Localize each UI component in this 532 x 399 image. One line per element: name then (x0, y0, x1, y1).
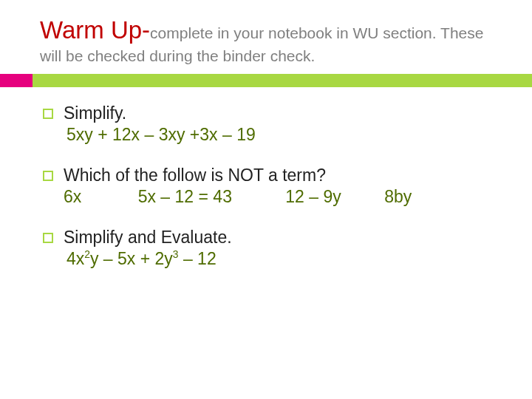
q2-prompt: Which of the follow is NOT a term? (64, 166, 326, 185)
question-2: Which of the follow is NOT a term? (43, 166, 517, 185)
slide-content: Simplify. 5xy + 12x – 3xy +3x – 19 Which… (0, 87, 532, 269)
q3-sup1: 2 (84, 249, 90, 260)
q2-opt-b: 5x – 12 = 43 (138, 187, 232, 207)
q3-p1: 4x (66, 249, 84, 268)
title-main: Warm Up (40, 16, 142, 44)
q2-options: 6x 5x – 12 = 43 12 – 9y 8by (64, 187, 517, 207)
slide-header: Warm Up-complete in your notebook in WU … (0, 0, 532, 74)
q3-prompt: Simplify and Evaluate. (64, 228, 232, 248)
q1-expression: 5xy + 12x – 3xy +3x – 19 (66, 125, 517, 145)
title-sub-1: complete in your notebook in WU section.… (150, 24, 483, 41)
bullet-icon (43, 109, 53, 119)
title-sub-2: will be checked during the binder check. (40, 47, 517, 65)
q1-prompt: Simplify. (64, 103, 126, 123)
q3-p2: y – 5x + 2y (90, 249, 173, 268)
question-3: Simplify and Evaluate. (43, 228, 517, 248)
q3-sup2: 3 (173, 249, 179, 260)
accent-pink (0, 74, 33, 87)
bullet-icon (43, 171, 53, 181)
q2-opt-a: 6x (64, 187, 81, 207)
bullet-icon (43, 233, 53, 243)
question-1: Simplify. (43, 103, 517, 123)
q2-opt-c: 12 – 9y (285, 187, 341, 207)
q3-p3: – 12 (179, 249, 216, 268)
accent-strip (0, 74, 532, 87)
q3-expression: 4x2y – 5x + 2y3 – 12 (66, 249, 517, 269)
accent-green (33, 74, 532, 87)
q2-opt-d: 8by (384, 187, 412, 207)
title-dash: - (142, 16, 150, 44)
